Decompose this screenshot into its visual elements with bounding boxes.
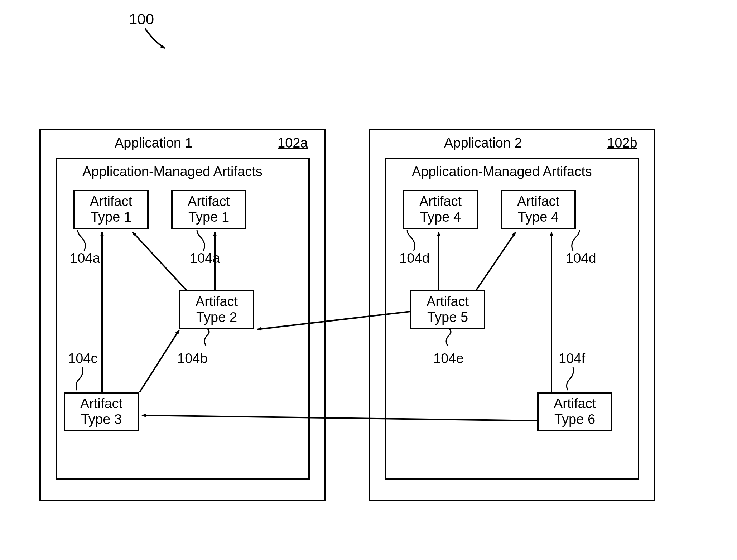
artifact-label: Artifact — [188, 194, 230, 209]
artifact-ref-104f: 104f — [559, 351, 585, 367]
app1-inner-title: Application-Managed Artifacts — [82, 164, 262, 180]
artifact-type-1-right: Artifact Type 1 — [171, 190, 246, 229]
artifact-label: Type 2 — [196, 310, 237, 325]
artifact-ref-104d-left: 104d — [399, 251, 430, 266]
artifact-label: Type 1 — [188, 209, 229, 225]
artifact-type-4-left: Artifact Type 4 — [403, 190, 478, 229]
app2-title: Application 2 — [444, 135, 522, 151]
artifact-type-1-left: Artifact Type 1 — [73, 190, 149, 229]
artifact-label: Artifact — [427, 294, 469, 309]
artifact-label: Type 4 — [420, 209, 461, 225]
artifact-type-2: Artifact Type 2 — [179, 290, 254, 329]
artifact-label: Artifact — [517, 194, 559, 209]
artifact-ref-104a-left: 104a — [70, 251, 100, 266]
artifact-label: Type 5 — [427, 310, 468, 325]
app2-inner-title: Application-Managed Artifacts — [412, 164, 592, 180]
app2-ref: 102b — [607, 135, 637, 151]
app1-ref: 102a — [278, 135, 308, 151]
diagram-stage: 100 Application 1 102a Application-Manag… — [0, 0, 737, 560]
artifact-ref-104e: 104e — [433, 351, 464, 367]
artifact-type-3: Artifact Type 3 — [64, 392, 139, 431]
artifact-ref-104a-right: 104a — [190, 251, 220, 266]
artifact-label: Artifact — [80, 396, 122, 411]
artifact-label: Artifact — [419, 194, 462, 209]
artifact-ref-104d-right: 104d — [566, 251, 596, 266]
artifact-type-5: Artifact Type 5 — [410, 290, 485, 329]
artifact-label: Type 4 — [518, 209, 559, 225]
artifact-type-6: Artifact Type 6 — [537, 392, 612, 431]
figure-ref-label: 100 — [129, 11, 154, 28]
artifact-label: Type 1 — [91, 209, 131, 225]
artifact-label: Artifact — [196, 294, 238, 309]
artifact-type-4-right: Artifact Type 4 — [501, 190, 576, 229]
artifact-label: Type 3 — [81, 412, 122, 427]
artifact-ref-104b: 104b — [177, 351, 208, 367]
artifact-ref-104c: 104c — [68, 351, 97, 367]
artifact-label: Artifact — [554, 396, 596, 411]
artifact-label: Artifact — [90, 194, 132, 209]
app1-title: Application 1 — [115, 135, 193, 151]
artifact-label: Type 6 — [554, 412, 595, 427]
